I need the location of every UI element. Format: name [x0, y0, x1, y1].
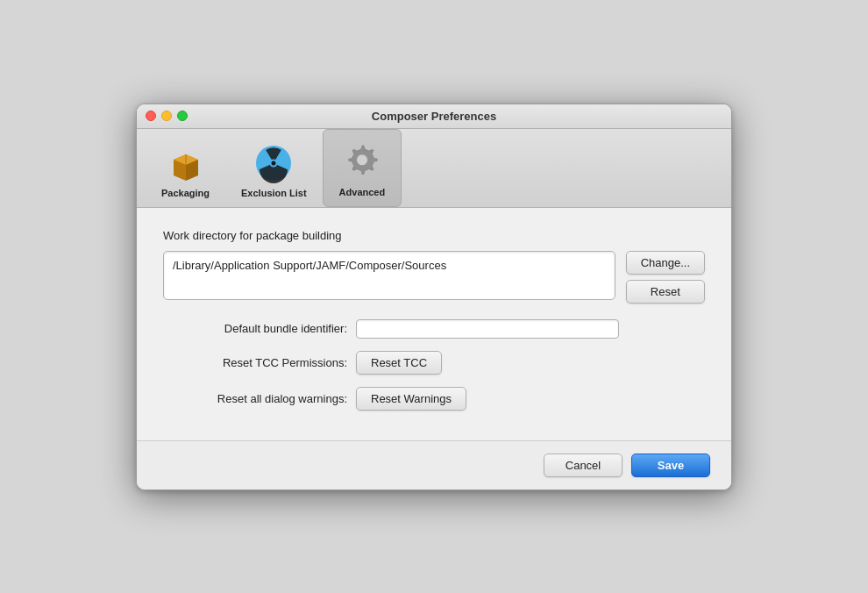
content-area: Work directory for package building /Lib… — [137, 208, 731, 441]
work-dir-section-label: Work directory for package building — [163, 229, 705, 242]
maximize-button[interactable] — [177, 111, 188, 121]
footer: Cancel Save — [137, 441, 731, 489]
bundle-id-input[interactable] — [356, 319, 619, 339]
advanced-icon — [341, 141, 383, 183]
reset-tcc-button[interactable]: Reset TCC — [356, 351, 442, 375]
preferences-window: Composer Preferences Packaging — [136, 104, 732, 490]
bundle-id-label: Default bundle identifier: — [163, 322, 356, 335]
tab-exclusion-list[interactable]: Exclusion List — [225, 129, 323, 207]
bundle-id-control — [356, 319, 705, 339]
work-dir-row: /Library/Application Support/JAMF/Compos… — [163, 251, 705, 304]
packaging-icon — [165, 142, 207, 184]
close-button[interactable] — [146, 111, 156, 121]
reset-tcc-label: Reset TCC Permissions: — [163, 356, 356, 369]
bundle-id-row: Default bundle identifier: — [163, 319, 705, 339]
reset-warnings-control: Reset Warnings — [356, 387, 705, 411]
tab-packaging-label: Packaging — [161, 188, 210, 198]
minimize-button[interactable] — [161, 111, 172, 121]
tab-advanced-label: Advanced — [339, 187, 386, 197]
exclusion-icon — [253, 142, 295, 184]
tab-advanced[interactable]: Advanced — [323, 129, 402, 207]
cancel-button[interactable]: Cancel — [544, 454, 623, 477]
work-dir-field: /Library/Application Support/JAMF/Compos… — [163, 251, 615, 300]
svg-point-10 — [356, 154, 367, 165]
toolbar: Packaging Exclusion List — [137, 129, 731, 208]
titlebar: Composer Preferences — [137, 104, 731, 129]
reset-tcc-row: Reset TCC Permissions: Reset TCC — [163, 351, 705, 375]
reset-warnings-button[interactable]: Reset Warnings — [356, 387, 466, 411]
save-button[interactable]: Save — [631, 454, 710, 477]
window-title: Composer Preferences — [372, 110, 496, 123]
work-dir-buttons: Change... Reset — [626, 251, 705, 304]
change-button[interactable]: Change... — [626, 251, 705, 275]
tab-exclusion-label: Exclusion List — [241, 188, 307, 198]
svg-point-9 — [272, 161, 276, 165]
reset-workdir-button[interactable]: Reset — [626, 280, 705, 304]
reset-tcc-control: Reset TCC — [356, 351, 705, 375]
tab-packaging[interactable]: Packaging — [146, 129, 225, 207]
traffic-lights — [146, 111, 188, 121]
reset-warnings-row: Reset all dialog warnings: Reset Warning… — [163, 387, 705, 411]
reset-warnings-label: Reset all dialog warnings: — [163, 392, 356, 405]
